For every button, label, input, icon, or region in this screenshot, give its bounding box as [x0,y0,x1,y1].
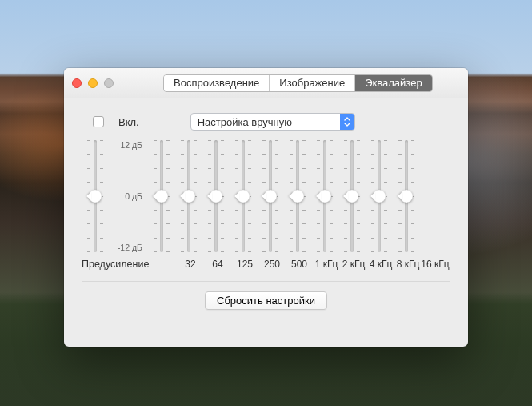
preferences-window: Воспроизведение Изображение Эквалайзер В… [64,68,468,347]
slider-thumb[interactable] [318,190,331,203]
slider-thumb[interactable] [210,190,222,203]
slider-thumb[interactable] [237,190,250,203]
slider-thumb[interactable] [373,190,386,203]
band-column [285,140,310,252]
band-column [258,140,283,252]
close-icon[interactable] [72,78,82,88]
band-column [312,140,338,252]
scale-mid: 0 дБ [125,191,142,201]
band-slider[interactable] [242,140,245,252]
band-slider[interactable] [160,140,163,252]
band-column [230,140,256,252]
slider-thumb[interactable] [291,190,304,203]
chevron-up-down-icon[interactable] [340,114,354,130]
slider-thumb[interactable] [89,190,102,203]
tab-image[interactable]: Изображение [270,75,355,91]
band-label: 8 кГц [397,259,420,270]
tab-group: Воспроизведение Изображение Эквалайзер [163,74,433,92]
traffic-lights [72,78,114,88]
band-slider[interactable] [323,140,326,252]
preset-select[interactable]: Настройка вручную [190,113,355,131]
db-scale: 12 дБ 0 дБ -12 дБ [112,140,146,252]
band-column [339,140,365,252]
band-label: 1 кГц [315,259,338,270]
band-column [366,140,392,252]
band-slider[interactable] [214,140,218,252]
band-slider[interactable] [378,140,381,252]
reset-button[interactable]: Сбросить настройки [205,291,327,310]
slider-thumb[interactable] [182,190,195,203]
zoom-icon [104,78,114,88]
band-slider[interactable] [269,140,272,252]
slider-thumb[interactable] [264,190,277,203]
slider-thumb[interactable] [346,190,358,203]
slider-thumb[interactable] [155,190,168,203]
band-label: 32 [185,259,195,270]
preamp-label: Предусиление [82,259,144,270]
divider [82,281,450,282]
band-label: 250 [264,259,280,270]
tab-playback[interactable]: Воспроизведение [164,75,270,91]
enable-label: Вкл. [118,116,139,128]
band-label: 500 [291,259,307,270]
band-label: 64 [212,259,222,270]
tab-equalizer[interactable]: Эквалайзер [355,75,431,91]
band-label: 2 кГц [342,259,366,270]
titlebar: Воспроизведение Изображение Эквалайзер [64,68,468,98]
minimize-icon[interactable] [88,78,98,88]
band-slider[interactable] [350,140,354,252]
slider-thumb[interactable] [400,190,413,203]
enable-checkbox[interactable] [93,116,104,127]
eq-sliders: 12 дБ 0 дБ -12 дБ [82,140,450,252]
preamp-slider[interactable] [94,140,97,252]
band-slider[interactable] [405,140,408,252]
band-column [149,140,174,252]
band-label: 4 кГц [370,259,393,270]
band-label: 16 кГц [421,259,449,270]
band-column [176,140,202,252]
band-label: 125 [237,259,253,270]
scale-max: 12 дБ [120,140,142,150]
preset-value: Настройка вручную [198,116,292,128]
preamp-column [82,140,109,252]
equalizer-panel: Вкл. Настройка вручную [64,98,468,321]
band-slider[interactable] [187,140,190,252]
scale-min: -12 дБ [118,243,142,252]
band-slider[interactable] [296,140,299,252]
band-column [394,140,419,252]
band-column [203,140,229,252]
